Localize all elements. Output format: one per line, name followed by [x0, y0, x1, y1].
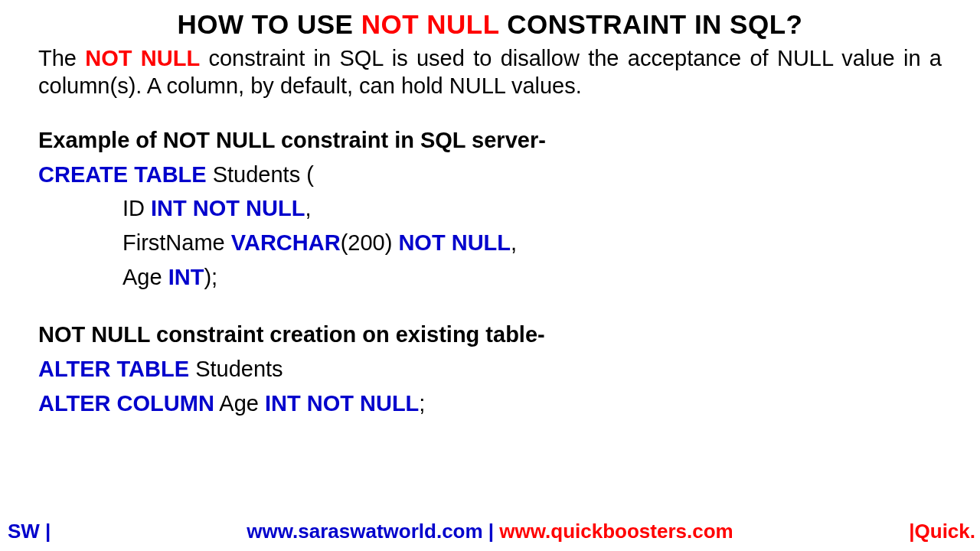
document-body: HOW TO USE NOT NULL CONSTRAINT IN SQL? T… — [0, 0, 980, 421]
footer: SW | www.saraswatworld.com | www.quickbo… — [0, 520, 980, 543]
code-text: Age — [122, 265, 168, 289]
keyword-create-table: CREATE TABLE — [38, 162, 207, 187]
example2-heading: NOT NULL constraint creation on existing… — [38, 322, 942, 347]
code-line: ALTER COLUMN Age INT NOT NULL; — [38, 386, 942, 421]
code-line: FirstName VARCHAR(200) NOT NULL, — [38, 226, 942, 260]
example2-code: ALTER TABLE Students ALTER COLUMN Age IN… — [38, 352, 942, 421]
code-text: , — [511, 230, 517, 255]
code-line: ALTER TABLE Students — [38, 352, 942, 386]
title-highlight: NOT NULL — [361, 9, 499, 39]
footer-center: www.saraswatworld.com | www.quickbooster… — [0, 520, 980, 543]
code-line: Age INT); — [38, 260, 942, 295]
footer-link-1[interactable]: www.saraswatworld.com — [247, 520, 482, 543]
code-text: Age — [214, 391, 265, 416]
footer-left: SW | — [8, 520, 51, 543]
intro-paragraph: The NOT NULL constraint in SQL is used t… — [38, 44, 942, 100]
page-title: HOW TO USE NOT NULL CONSTRAINT IN SQL? — [38, 9, 942, 40]
code-line: CREATE TABLE Students ( — [38, 158, 942, 192]
intro-seg1: The — [38, 46, 85, 70]
code-text: ID — [122, 196, 151, 220]
code-text: ); — [204, 265, 217, 289]
keyword-int: INT — [168, 265, 204, 289]
keyword-int-notnull: INT NOT NULL — [265, 391, 419, 416]
code-text: Students ( — [207, 162, 314, 187]
code-text: ; — [419, 391, 425, 416]
code-line: ID INT NOT NULL, — [38, 191, 942, 226]
example1-heading: Example of NOT NULL constraint in SQL se… — [38, 128, 942, 153]
keyword-int-notnull: INT NOT NULL — [151, 196, 305, 220]
footer-right: |Quick. — [909, 520, 975, 543]
code-text: , — [305, 196, 311, 220]
title-prefix: HOW TO USE — [178, 9, 361, 39]
code-text: FirstName — [122, 230, 231, 255]
keyword-alter-table: ALTER TABLE — [38, 357, 189, 381]
code-text: Students — [189, 357, 283, 381]
title-suffix: CONSTRAINT IN SQL? — [499, 9, 802, 39]
keyword-notnull: NOT NULL — [398, 230, 511, 255]
keyword-alter-column: ALTER COLUMN — [38, 391, 214, 416]
footer-separator: | — [483, 520, 500, 543]
footer-link-2[interactable]: www.quickboosters.com — [499, 520, 733, 543]
intro-highlight: NOT NULL — [85, 46, 200, 70]
keyword-varchar: VARCHAR — [231, 230, 341, 255]
example1-code: CREATE TABLE Students ( ID INT NOT NULL,… — [38, 158, 942, 295]
code-text: (200) — [341, 230, 399, 255]
